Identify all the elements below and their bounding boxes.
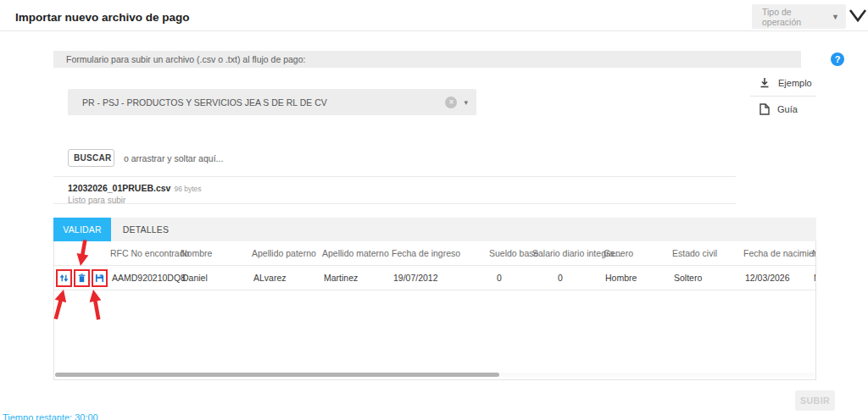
cell-truncated: M: [814, 273, 816, 283]
example-download-link[interactable]: Ejemplo: [750, 71, 816, 95]
header-fecha-nacimiento: Fecha de nacimiento: [743, 248, 812, 258]
header-nombre: Nombre: [181, 248, 252, 258]
tab-bar: VALIDAR DETALLES: [53, 218, 816, 241]
cell-apellido-paterno: ALvarez: [253, 273, 324, 283]
header-apellido-materno: Apellido materno: [322, 248, 392, 258]
header-sueldo-base: Sueldo base: [489, 248, 532, 258]
header-divider: [0, 30, 868, 31]
header-salario-diario: Salario diario integra...: [532, 248, 604, 258]
file-status: Listo para subir: [68, 196, 736, 205]
caret-down-icon: ▼: [832, 13, 839, 21]
operation-type-select[interactable]: Tipo de operación ▼: [752, 4, 846, 29]
cell-apellido-materno: Martinez: [324, 273, 393, 283]
drag-drop-hint: o arrastrar y soltar aquí...: [124, 153, 223, 163]
browse-button[interactable]: BUSCAR: [68, 149, 114, 167]
operation-type-label: Tipo de operación: [762, 7, 832, 27]
file-name: 12032026_01PRUEB.csv: [68, 183, 170, 193]
download-icon: [759, 77, 771, 89]
help-icon[interactable]: ?: [831, 52, 844, 66]
company-select-value: PR - PSJ - PRODUCTOS Y SERVICIOS JEA S D…: [82, 97, 445, 108]
header-genero: Genero: [604, 248, 672, 258]
import-payment-file-page: Importar nuevo archivo de pago Tipo de o…: [0, 0, 868, 420]
document-icon: [759, 103, 770, 115]
tab-detalles[interactable]: DETALLES: [111, 218, 181, 241]
guide-link[interactable]: Guía: [750, 97, 816, 121]
collapse-panel-button[interactable]: [848, 5, 868, 25]
horizontal-scrollbar[interactable]: [55, 373, 815, 377]
swap-vertical-icon[interactable]: [56, 269, 72, 287]
cell-fecha-nacimiento: 12/03/2026: [745, 273, 814, 283]
guide-link-label: Guía: [777, 104, 798, 114]
row-actions: [54, 269, 112, 287]
cell-estado-civil: Soltero: [674, 273, 745, 283]
cell-sueldo-base: 0: [491, 273, 534, 283]
header-truncated: N: [812, 248, 816, 258]
submit-button[interactable]: SUBIR: [795, 390, 835, 411]
company-select[interactable]: PR - PSJ - PRODUCTOS Y SERVICIOS JEA S D…: [68, 89, 476, 115]
scrollbar-thumb[interactable]: [55, 373, 499, 377]
clear-icon[interactable]: ×: [445, 97, 457, 108]
example-link-label: Ejemplo: [778, 78, 812, 88]
banner-text: Formulario para subir un archivo (.csv o…: [66, 54, 305, 64]
info-banner: Formulario para subir un archivo (.csv o…: [53, 51, 801, 68]
validation-table: RFC No encontrado Nombre Apellido patern…: [53, 241, 816, 380]
cell-nombre: Daniel: [182, 273, 253, 283]
header-estado-civil: Estado civil: [672, 248, 743, 258]
file-size: 96 bytes: [174, 185, 201, 193]
cell-salario-diario: 0: [534, 273, 605, 283]
links-divider: [750, 96, 816, 97]
tab-validar[interactable]: VALIDAR: [53, 218, 111, 241]
file-list-item: 12032026_01PRUEB.csv96 bytes Listo para …: [53, 176, 736, 204]
page-title: Importar nuevo archivo de pago: [15, 11, 190, 24]
side-links: Ejemplo Guía: [750, 71, 816, 121]
header-rfc: RFC No encontrado: [110, 248, 181, 258]
table-row: AAMD920210DQ8 Daniel ALvarez Martinez 19…: [54, 266, 815, 290]
caret-down-icon: ▾: [464, 98, 468, 107]
chevron-down-icon: [848, 5, 868, 25]
cell-fecha-ingreso: 19/07/2012: [393, 273, 491, 283]
table-header-row: RFC No encontrado Nombre Apellido patern…: [54, 241, 815, 266]
cell-genero: Hombre: [605, 273, 674, 283]
save-icon[interactable]: [92, 269, 108, 287]
delete-icon[interactable]: [74, 269, 90, 287]
cell-rfc: AAMD920210DQ8: [112, 273, 182, 283]
timer-text: Tiempo restante: 30:00: [3, 412, 98, 420]
header-fecha-ingreso: Fecha de ingreso: [392, 248, 489, 258]
header-apellido-paterno: Apellido paterno: [252, 248, 322, 258]
